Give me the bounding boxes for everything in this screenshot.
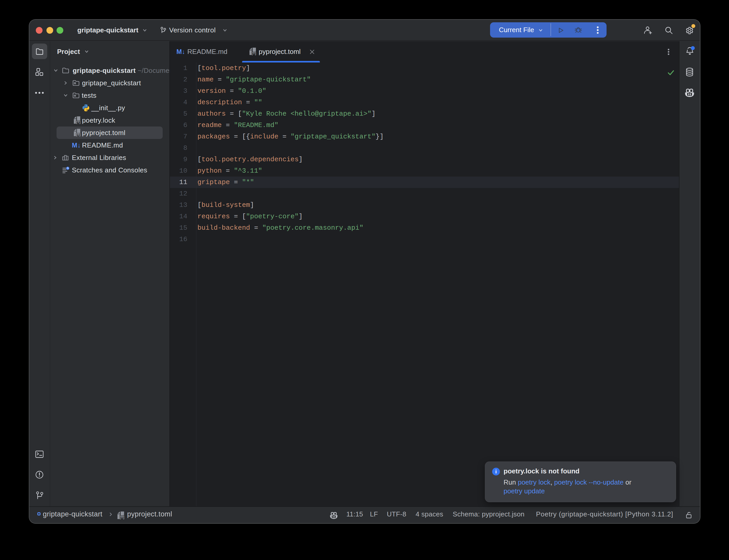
svg-text:[T]: [T] bbox=[252, 51, 256, 55]
svg-text:[T]: [T] bbox=[120, 515, 124, 519]
svg-text:[T]: [T] bbox=[76, 120, 80, 124]
svg-text:[T]: [T] bbox=[76, 132, 80, 136]
